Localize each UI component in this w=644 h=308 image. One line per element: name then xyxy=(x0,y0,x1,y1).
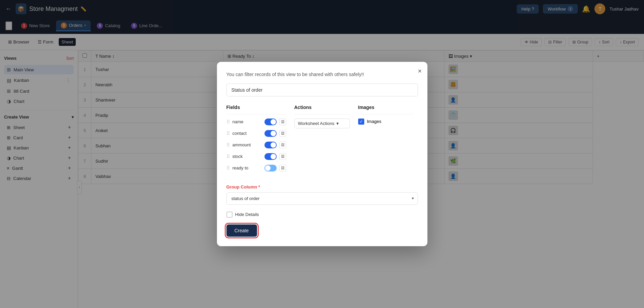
field-label-stock: stock xyxy=(233,154,262,159)
drag-handle-ready-to[interactable]: ⠿ xyxy=(226,165,230,171)
img-icon-contact[interactable]: 🖼 xyxy=(279,130,286,137)
worksheet-actions-dropdown[interactable]: Worksheet Actions ▾ xyxy=(294,119,350,128)
create-view-modal: × You can filter records of this view to… xyxy=(217,62,427,246)
images-column: Images ✓ Images xyxy=(354,105,418,176)
field-row-stock: ⠿ stock 🖼 xyxy=(226,153,286,160)
field-row-ammount: ⠿ ammount 🖼 xyxy=(226,142,286,148)
toggle-ammount[interactable] xyxy=(264,142,277,148)
toggle-ready-to[interactable] xyxy=(264,165,277,171)
fields-header: Fields xyxy=(226,105,286,114)
drag-handle-name[interactable]: ⠿ xyxy=(226,119,230,125)
toggle-contact[interactable] xyxy=(264,130,277,137)
img-icon-ready-to[interactable]: 🖼 xyxy=(279,165,286,171)
field-row-contact: ⠿ contact 🖼 xyxy=(226,130,286,137)
toggle-name[interactable] xyxy=(264,119,277,125)
images-checkbox-row: ✓ Images xyxy=(358,119,414,125)
field-row-name: ⠿ name 🖼 xyxy=(226,119,286,125)
drag-handle-contact[interactable]: ⠿ xyxy=(226,131,230,136)
create-button[interactable]: Create xyxy=(226,224,257,237)
field-label-ammount: ammount xyxy=(233,142,262,147)
toggle-stock[interactable] xyxy=(264,153,277,160)
field-row-ready-to: ⠿ ready to 🖼 xyxy=(226,165,286,171)
field-label-contact: contact xyxy=(233,131,262,136)
modal-close-button[interactable]: × xyxy=(418,67,422,75)
group-column-label: Group Column * xyxy=(226,184,418,189)
hide-details-row: Hide Details xyxy=(226,212,418,218)
images-checkbox[interactable]: ✓ xyxy=(358,119,364,125)
wa-chevron-icon: ▾ xyxy=(336,121,339,126)
modal-subtitle: You can filter records of this view to b… xyxy=(226,71,418,78)
fields-column: Fields ⠿ name 🖼 ⠿ contact 🖼 ⠿ ammount xyxy=(226,105,290,176)
actions-header: Actions xyxy=(294,105,350,114)
hide-details-label: Hide Details xyxy=(235,212,259,217)
img-icon-ammount[interactable]: 🖼 xyxy=(279,142,286,148)
images-header: Images xyxy=(358,105,414,114)
field-label-ready-to: ready to xyxy=(233,165,262,170)
worksheet-actions-label: Worksheet Actions xyxy=(298,121,334,126)
group-column-select[interactable]: status of order ready to name contact xyxy=(226,192,418,205)
actions-column: Actions Worksheet Actions ▾ xyxy=(290,105,354,176)
group-column-select-wrapper: status of order ready to name contact ▾ xyxy=(226,192,418,205)
view-name-input[interactable] xyxy=(226,84,418,96)
images-checkbox-label: Images xyxy=(367,119,382,124)
modal-columns: Fields ⠿ name 🖼 ⠿ contact 🖼 ⠿ ammount xyxy=(226,105,418,176)
drag-handle-ammount[interactable]: ⠿ xyxy=(226,142,230,148)
hide-details-checkbox[interactable] xyxy=(226,212,233,218)
drag-handle-stock[interactable]: ⠿ xyxy=(226,154,230,159)
img-icon-name[interactable]: 🖼 xyxy=(279,119,286,125)
required-asterisk: * xyxy=(257,184,260,189)
modal-overlay[interactable]: × You can filter records of this view to… xyxy=(0,0,644,308)
group-column-section: Group Column * status of order ready to … xyxy=(226,184,418,205)
img-icon-stock[interactable]: 🖼 xyxy=(279,153,286,160)
field-label-name: name xyxy=(233,119,262,124)
